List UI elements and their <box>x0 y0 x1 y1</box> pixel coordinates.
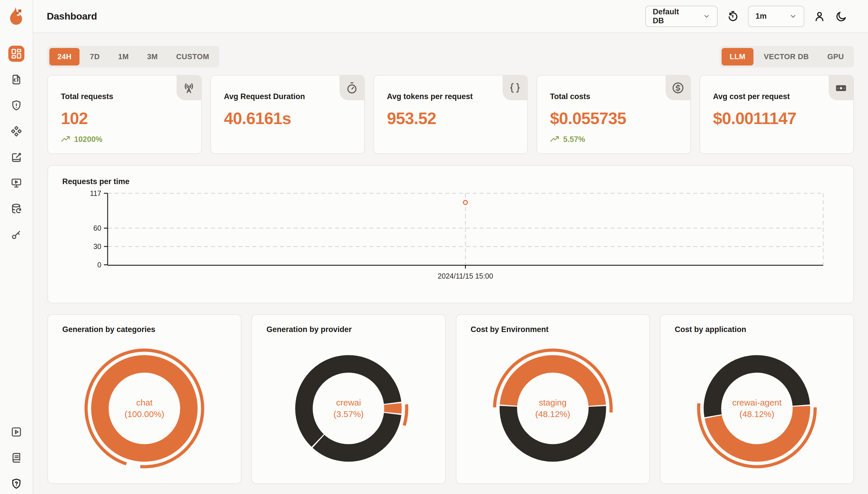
svg-text:60: 60 <box>93 224 101 232</box>
chart-title: Generation by provider <box>267 325 445 334</box>
svg-text:30: 30 <box>93 242 101 250</box>
tab-3m[interactable]: 3M <box>139 48 166 65</box>
stat-change: 10200% <box>61 135 201 144</box>
tab-vector-db[interactable]: VECTOR DB <box>756 48 817 65</box>
stat-badge <box>829 76 853 100</box>
stat-value: 953.52 <box>387 109 527 128</box>
stat-card-total-requests: Total requests 102 10200% <box>47 75 202 154</box>
database-select[interactable]: Default DB <box>645 6 717 27</box>
donut-card-generation-by-provider: Generation by provider crewai (3.57%) <box>252 314 446 484</box>
sidebar-item-documentation[interactable] <box>8 450 24 466</box>
chart-title: Generation by categories <box>62 325 241 334</box>
braces-icon <box>509 81 521 94</box>
refresh-history-button[interactable] <box>726 10 739 23</box>
circle-dollar-icon <box>672 81 684 94</box>
chevron-down-icon <box>703 13 710 20</box>
sidebar-item-demo[interactable] <box>8 175 24 191</box>
profile-button[interactable] <box>813 10 826 23</box>
donut-chart-environment[interactable]: staging (48.12%) <box>490 345 616 472</box>
requests-per-time-chart[interactable]: 030601172024/11/15 15:00 <box>48 166 854 303</box>
stat-badge <box>502 76 527 100</box>
key-icon <box>11 229 22 241</box>
sidebar-item-dashboard[interactable] <box>8 46 24 62</box>
sidebar-item-requests[interactable] <box>8 72 24 88</box>
svg-text:117: 117 <box>90 189 101 197</box>
tab-7d[interactable]: 7D <box>82 48 107 65</box>
shield-question-icon <box>11 478 22 489</box>
main-content: 24H 7D 1M 3M CUSTOM LLM VECTOR DB GPU <box>33 33 868 494</box>
trending-up-icon <box>61 135 70 144</box>
donut-chart-application[interactable]: crewai-agent (48.12%) <box>694 345 820 472</box>
donut-svg <box>490 345 616 472</box>
stat-card-avg-cost: Avg cost per request $0.0011147 <box>699 75 854 154</box>
tab-24h[interactable]: 24H <box>50 48 79 65</box>
app-root: Dashboard Default DB 1m <box>0 0 868 494</box>
user-icon <box>813 10 826 22</box>
file-code-icon <box>11 74 22 85</box>
component-diamonds-icon <box>11 126 22 137</box>
chart-title: Cost by Environment <box>471 325 649 334</box>
main-column: Dashboard Default DB 1m <box>33 0 868 494</box>
stat-card-avg-duration: Avg Request Duration 40.6161s <box>211 75 365 154</box>
donut-svg <box>285 345 412 472</box>
donut-chart-categories[interactable]: chat (100.00%) <box>81 345 208 472</box>
stat-card-total-costs: Total costs $0.055735 5.57% <box>536 75 691 154</box>
app-logo[interactable] <box>0 0 33 33</box>
moon-icon <box>835 10 847 22</box>
database-select-value: Default DB <box>653 7 691 25</box>
flame-logo-icon <box>8 6 25 27</box>
sidebar-item-playground[interactable] <box>8 149 24 165</box>
sidebar-item-exceptions[interactable] <box>8 97 24 113</box>
tab-custom[interactable]: CUSTOM <box>168 48 217 65</box>
page-title: Dashboard <box>47 11 97 22</box>
mode-tabs: LLM VECTOR DB GPU <box>719 46 854 68</box>
sidebar-item-prompts[interactable] <box>8 123 24 139</box>
tab-llm[interactable]: LLM <box>722 48 753 65</box>
sidebar-bottom-nav <box>8 424 24 493</box>
donut-svg <box>694 345 820 472</box>
stat-badge <box>666 76 690 100</box>
sidebar-item-database-config[interactable] <box>8 201 24 217</box>
banknote-icon <box>835 81 847 94</box>
stat-change: 5.57% <box>550 135 690 144</box>
svg-text:0: 0 <box>97 261 101 269</box>
sidebar-item-getting-started[interactable] <box>8 424 24 440</box>
tab-1m[interactable]: 1M <box>110 48 137 65</box>
donuts-row: Generation by categories chat (100.00%) … <box>47 314 854 484</box>
chart-title: Cost by application <box>675 325 853 334</box>
stat-value: $0.055735 <box>550 109 690 128</box>
donut-card-cost-by-application: Cost by application crewai-agent (48.12%… <box>660 314 854 484</box>
donut-card-cost-by-environment: Cost by Environment staging (48.12%) <box>456 314 650 484</box>
database-backup-icon <box>11 203 22 214</box>
monitor-play-icon <box>11 177 22 189</box>
stat-card-avg-tokens: Avg tokens per request 953.52 <box>373 75 528 154</box>
stat-value: 40.6161s <box>224 109 364 128</box>
sidebar <box>0 0 33 494</box>
tab-gpu[interactable]: GPU <box>819 48 852 65</box>
notebook-pen-icon <box>11 151 22 163</box>
donut-card-generation-by-categories: Generation by categories chat (100.00%) <box>47 314 241 484</box>
history-icon <box>727 10 739 22</box>
donut-chart-provider[interactable]: crewai (3.57%) <box>285 345 412 472</box>
sidebar-item-support[interactable] <box>8 476 24 492</box>
donut-svg <box>81 345 208 472</box>
refresh-interval-select[interactable]: 1m <box>748 6 804 27</box>
stat-value: 102 <box>61 109 201 128</box>
stat-value: $0.0011147 <box>713 109 853 128</box>
sidebar-item-api-keys[interactable] <box>8 227 24 243</box>
book-icon <box>11 452 22 463</box>
stats-row: Total requests 102 10200% <box>47 75 854 154</box>
layout-dashboard-icon <box>11 48 22 59</box>
radio-tower-icon <box>182 81 195 94</box>
header-actions: Default DB 1m <box>645 6 848 27</box>
top-header: Dashboard Default DB 1m <box>33 0 868 33</box>
chevron-down-icon <box>789 13 797 20</box>
sidebar-nav <box>8 46 24 252</box>
controls-row: 24H 7D 1M 3M CUSTOM LLM VECTOR DB GPU <box>47 46 854 68</box>
timer-icon <box>346 81 358 94</box>
stat-badge <box>177 76 201 100</box>
time-range-tabs: 24H 7D 1M 3M CUSTOM <box>47 46 219 68</box>
requests-per-time-card: Requests per time 030601172024/11/15 15:… <box>47 165 854 303</box>
dark-mode-toggle[interactable] <box>835 10 848 23</box>
svg-text:2024/11/15 15:00: 2024/11/15 15:00 <box>438 272 493 280</box>
